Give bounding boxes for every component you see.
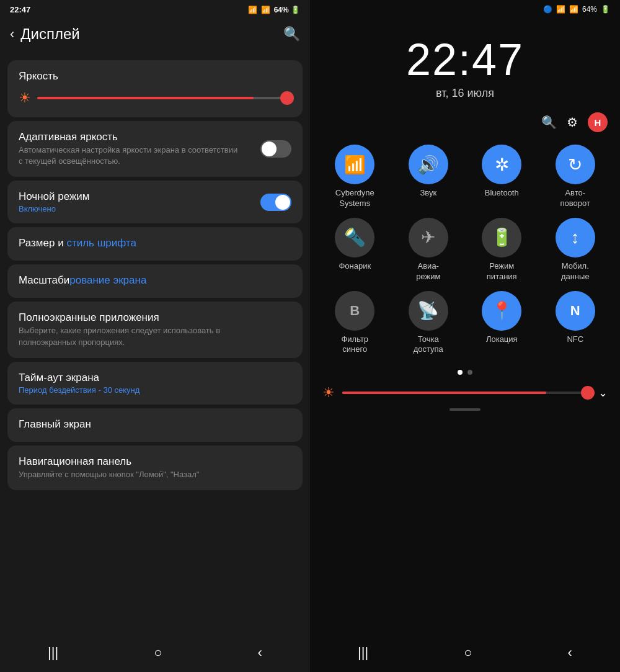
night-mode-content: Ночной режим Включено	[19, 190, 90, 213]
night-mode-toggle[interactable]	[260, 194, 291, 211]
nav-panel-item[interactable]: Навигационная панель Управляйте с помощь…	[7, 446, 303, 490]
qs-circle-power: 🔋	[482, 218, 521, 258]
qs-circle-sound: 🔊	[409, 145, 448, 184]
qs-tile-data[interactable]: ↕ Мобил.данные	[543, 218, 608, 282]
font-card: Размер и стиль шрифта	[7, 227, 303, 261]
night-mode-title: Ночной режим	[19, 190, 90, 203]
adaptive-brightness-row: Адаптивная яркость Автоматическая настро…	[19, 131, 291, 167]
qs-tile-sound[interactable]: 🔊 Звук	[396, 145, 461, 209]
qs-tile-rotation[interactable]: ↻ Авто-поворот	[543, 145, 608, 209]
scaling-item[interactable]: Масштабирование экрана	[7, 264, 303, 298]
home-button-right[interactable]: ○	[464, 645, 472, 661]
brightness-bottom-fill	[342, 392, 546, 394]
fullscreen-item[interactable]: Полноэкранные приложения Выберите, какие…	[7, 302, 303, 357]
timeout-subtitle: Период бездействия - 30 секунд	[19, 385, 291, 395]
brightness-bottom-thumb	[581, 386, 595, 400]
wifi-tile-label: CyberdyneSystems	[335, 188, 374, 209]
signal-icon-left: 📶	[261, 6, 270, 14]
power-tile-icon: 🔋	[491, 227, 513, 248]
scaling-title: Масштабирование экрана	[19, 274, 291, 287]
adaptive-brightness-subtitle: Автоматическая настройка яркости экрана …	[19, 145, 242, 167]
qs-tile-hotspot[interactable]: 📡 Точкадоступа	[396, 291, 461, 356]
timeout-item[interactable]: Тайм-аут экрана Период бездействия - 30 …	[7, 362, 303, 405]
handle-bar	[450, 408, 480, 411]
power-tile-label: Режимпитания	[487, 261, 517, 282]
home-title: Главный экран	[19, 418, 291, 431]
wifi-icon-right: 📶	[556, 5, 565, 14]
night-mode-status: Включено	[19, 204, 90, 213]
fullscreen-card: Полноэкранные приложения Выберите, какие…	[7, 302, 303, 357]
bluetooth-icon-right: 🔵	[543, 5, 552, 14]
qs-tile-power[interactable]: 🔋 Режимпитания	[469, 218, 534, 282]
sound-tile-icon: 🔊	[417, 155, 439, 175]
adaptive-brightness-card: Адаптивная яркость Автоматическая настро…	[7, 121, 303, 177]
status-bar-left: 22:47 📶 📶 64% 🔋	[0, 0, 310, 19]
menu-button-left[interactable]: |||	[48, 645, 58, 661]
timeout-card: Тайм-аут экрана Период бездействия - 30 …	[7, 362, 303, 405]
qs-settings-icon[interactable]: ⚙	[567, 115, 578, 130]
right-panel: 🔵 📶 📶 64% 🔋 22:47 вт, 16 июля 🔍 ⚙ H 📶 Cy…	[310, 0, 620, 672]
bluefilter-tile-label: Фильтрсинего	[341, 334, 368, 356]
qs-circle-bluefilter: B	[335, 291, 374, 331]
clock-time: 22:47	[310, 37, 620, 82]
nav-panel-subtitle: Управляйте с помощью кнопок "Ломой", "На…	[19, 469, 242, 480]
data-tile-label: Мобил.данные	[561, 261, 590, 282]
sun-icon-bottom: ☀	[322, 385, 335, 401]
nav-panel-card: Навигационная панель Управляйте с помощь…	[7, 446, 303, 490]
expand-button[interactable]: ⌄	[598, 386, 608, 400]
brightness-label: Яркость	[19, 70, 291, 83]
night-mode-item[interactable]: Ночной режим Включено	[7, 181, 303, 223]
qs-search-icon[interactable]: 🔍	[541, 115, 557, 130]
location-tile-label: Локация	[486, 334, 518, 345]
back-button[interactable]: ‹	[10, 26, 14, 42]
toggle-knob	[262, 141, 277, 156]
nav-panel-title: Навигационная панель	[19, 455, 291, 468]
bluetooth-tile-icon: ✲	[495, 155, 509, 175]
user-avatar-button[interactable]: H	[588, 112, 608, 132]
back-nav-button-right[interactable]: ‹	[568, 645, 572, 661]
nfc-tile-label: NFC	[567, 334, 583, 345]
fullscreen-subtitle: Выберите, какие приложения следует испол…	[19, 325, 242, 347]
qs-tile-bluefilter[interactable]: B Фильтрсинего	[322, 291, 388, 356]
clock-display: 22:47 вт, 16 июля	[310, 19, 620, 106]
adaptive-brightness-content: Адаптивная яркость Автоматическая настро…	[19, 131, 242, 167]
search-button[interactable]: 🔍	[283, 26, 300, 42]
hotspot-tile-label: Точкадоступа	[414, 334, 443, 356]
qs-tile-nfc[interactable]: N NFC	[543, 291, 608, 356]
bluefilter-tile-icon: B	[350, 303, 360, 319]
qs-tile-flashlight[interactable]: 🔦 Фонарик	[322, 218, 388, 282]
qs-circle-nfc: N	[556, 291, 595, 331]
timeout-title: Тайм-аут экрана	[19, 372, 291, 384]
battery-text-right: 64%	[582, 5, 597, 14]
home-button-left[interactable]: ○	[154, 645, 162, 661]
data-tile-icon: ↕	[571, 228, 580, 248]
home-card: Главный экран	[7, 408, 303, 442]
page-dot-2	[467, 370, 472, 375]
clock-date: вт, 16 июля	[310, 87, 620, 100]
qs-tile-bluetooth[interactable]: ✲ Bluetooth	[469, 145, 534, 209]
rotation-tile-label: Авто-поворот	[560, 188, 590, 209]
qs-tile-wifi[interactable]: 📶 CyberdyneSystems	[322, 145, 388, 209]
hotspot-tile-icon: 📡	[417, 300, 439, 321]
qs-tile-location[interactable]: 📍 Локация	[469, 291, 534, 356]
adaptive-brightness-toggle[interactable]	[260, 140, 291, 158]
scaling-card: Масштабирование экрана	[7, 264, 303, 298]
home-item[interactable]: Главный экран	[7, 408, 303, 442]
font-item[interactable]: Размер и стиль шрифта	[7, 227, 303, 261]
adaptive-brightness-item[interactable]: Адаптивная яркость Автоматическая настро…	[7, 121, 303, 177]
settings-list: Яркость ☀ Адаптивная яркость Автоматичес…	[0, 52, 310, 636]
brightness-slider-fill	[37, 97, 254, 99]
top-bar-left: ‹ Дисплей 🔍	[0, 19, 310, 52]
back-nav-button-left[interactable]: ‹	[258, 645, 262, 661]
qs-tile-airplane[interactable]: ✈ Авиа-режим	[396, 218, 461, 282]
page-dot-1	[458, 370, 463, 375]
menu-button-right[interactable]: |||	[358, 645, 368, 661]
sun-icon: ☀	[19, 90, 31, 106]
brightness-bottom-track[interactable]	[342, 392, 591, 394]
adaptive-brightness-title: Адаптивная яркость	[19, 131, 242, 143]
battery-icon-right: 🔋	[601, 5, 610, 14]
left-panel: 22:47 📶 📶 64% 🔋 ‹ Дисплей 🔍 Яркость ☀	[0, 0, 310, 672]
qs-circle-wifi: 📶	[335, 145, 374, 184]
fullscreen-title: Полноэкранные приложения	[19, 311, 291, 324]
brightness-slider-track[interactable]	[37, 97, 291, 99]
